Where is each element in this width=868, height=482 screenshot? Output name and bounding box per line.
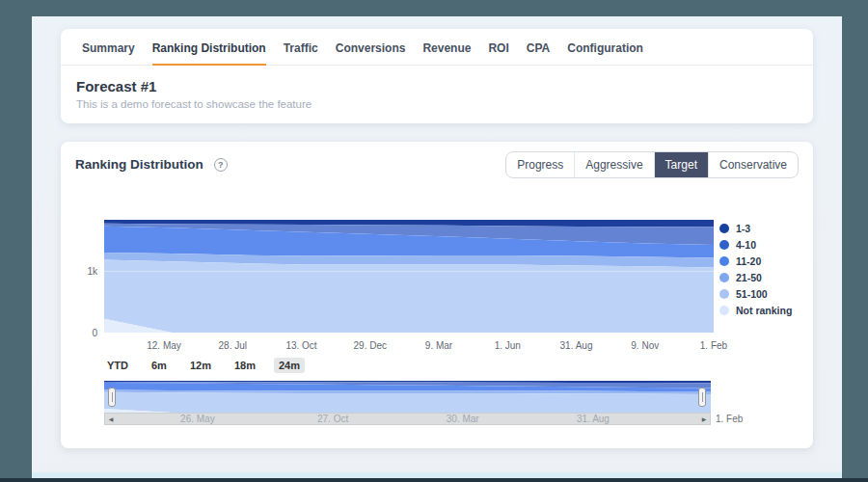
legend-item-4-10[interactable]: 4-10 — [719, 239, 792, 251]
tab-cpa[interactable]: CPA — [527, 41, 550, 65]
tab-configuration[interactable]: Configuration — [567, 41, 643, 65]
legend-label: 1-3 — [736, 223, 750, 234]
scenario-conservative-button[interactable]: Conservative — [708, 152, 798, 177]
forecast-title: Forecast #1 — [76, 78, 813, 94]
legend-dot-icon — [719, 306, 729, 315]
forecast-card: SummaryRanking DistributionTrafficConver… — [61, 29, 813, 123]
tab-summary[interactable]: Summary — [82, 41, 135, 65]
tab-bar: SummaryRanking DistributionTrafficConver… — [61, 29, 813, 66]
navigator-end-label: 1. Feb — [716, 414, 743, 424]
scenario-aggressive-button[interactable]: Aggressive — [574, 152, 653, 177]
range-ytd-button[interactable]: YTD — [102, 358, 133, 373]
forecast-subtitle: This is a demo forecast to showcase the … — [76, 98, 813, 110]
scenario-target-button[interactable]: Target — [654, 152, 708, 177]
scenario-toggle: ProgressAggressiveTargetConservative — [505, 151, 799, 178]
navigator-handle-left[interactable] — [108, 388, 116, 407]
range-selector: YTD6m12m18m24m — [102, 358, 305, 373]
navigator-axis-label: 26. May — [180, 414, 215, 424]
svg-text:13. Oct: 13. Oct — [285, 340, 316, 351]
navigator-chart[interactable] — [104, 381, 711, 413]
svg-text:29. Dec: 29. Dec — [354, 340, 387, 351]
legend-item-1-3[interactable]: 1-3 — [719, 223, 792, 234]
help-icon[interactable]: ? — [214, 158, 228, 172]
tab-revenue[interactable]: Revenue — [422, 41, 471, 65]
navigator-axis-label: 27. Oct — [317, 414, 348, 424]
legend-dot-icon — [719, 224, 729, 233]
legend-item-51-100[interactable]: 51-100 — [719, 288, 792, 300]
legend-item-21-50[interactable]: 21-50 — [719, 272, 792, 283]
range-18m-button[interactable]: 18m — [230, 358, 260, 373]
scrollbar-right-arrow-icon[interactable]: ▶ — [698, 414, 710, 424]
legend-dot-icon — [719, 289, 729, 299]
legend-label: Not ranking — [736, 305, 792, 316]
navigator-handle-right[interactable] — [698, 388, 706, 407]
legend-label: 21-50 — [736, 272, 762, 283]
svg-text:9. Mar: 9. Mar — [425, 340, 453, 351]
panel-header: Ranking Distribution ? — [75, 157, 228, 172]
svg-text:12. May: 12. May — [147, 340, 181, 351]
ranking-distribution-panel: Ranking Distribution ? ProgressAggressiv… — [61, 142, 813, 448]
page-background: SummaryRanking DistributionTrafficConver… — [32, 16, 842, 472]
ranking-area-chart[interactable]: 1k012. May28. Jul13. Oct29. Dec9. Mar1. … — [61, 217, 813, 358]
svg-text:31. Aug: 31. Aug — [560, 340, 593, 351]
svg-text:9. Nov: 9. Nov — [631, 340, 659, 351]
bottom-frame-edge — [0, 478, 868, 482]
tab-traffic[interactable]: Traffic — [284, 41, 318, 65]
legend-dot-icon — [719, 273, 729, 282]
legend-label: 51-100 — [736, 288, 768, 300]
range-12m-button[interactable]: 12m — [185, 358, 216, 373]
legend-dot-icon — [719, 240, 729, 250]
legend-dot-icon — [719, 256, 729, 266]
legend-item-11-20[interactable]: 11-20 — [719, 255, 792, 267]
legend-item-not-ranking[interactable]: Not ranking — [719, 305, 792, 316]
svg-text:1. Feb: 1. Feb — [700, 340, 728, 351]
svg-text:0: 0 — [92, 328, 97, 338]
svg-text:1k: 1k — [87, 266, 98, 277]
range-6m-button[interactable]: 6m — [147, 358, 172, 373]
range-24m-button[interactable]: 24m — [274, 358, 305, 373]
legend-label: 4-10 — [736, 239, 756, 251]
scenario-progress-button[interactable]: Progress — [506, 152, 574, 177]
chart-legend: 1-34-1011-2021-5051-100Not ranking — [719, 223, 792, 316]
legend-label: 11-20 — [736, 255, 761, 267]
tab-conversions[interactable]: Conversions — [336, 41, 406, 65]
svg-text:28. Jul: 28. Jul — [219, 340, 247, 351]
scrollbar-left-arrow-icon[interactable]: ◀ — [105, 414, 117, 424]
tab-roi[interactable]: ROI — [488, 41, 508, 65]
navigator-axis-label: 30. Mar — [447, 414, 479, 424]
panel-title: Ranking Distribution — [75, 157, 203, 172]
tab-ranking-distribution[interactable]: Ranking Distribution — [152, 41, 266, 66]
svg-text:1. Jun: 1. Jun — [495, 340, 521, 351]
navigator-axis-label: 31. Aug — [577, 414, 610, 424]
